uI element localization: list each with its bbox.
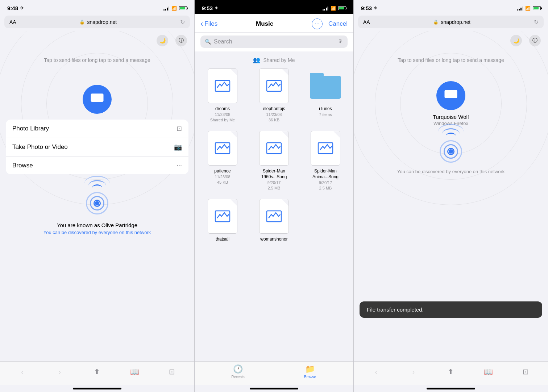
audio-svg-dreams	[213, 77, 232, 95]
moon-icon-1[interactable]: 🌙	[157, 35, 168, 46]
files-row-3: thatsall womanshonor	[200, 198, 348, 242]
tab-browse[interactable]: 📁 Browse	[299, 364, 321, 379]
snapdrop-area-1: 🌙 ⓘ Tap to send files or long tap to sen…	[0, 31, 194, 361]
send-hint-3: Tap to send files or long tap to send a …	[398, 57, 504, 63]
file-icon-dreams	[206, 68, 239, 104]
reload-icon-3[interactable]: ↻	[534, 18, 539, 25]
share-btn-3[interactable]: ⬆	[443, 366, 459, 378]
file-meta-spiderman1: 9/20/172.5 MB	[267, 180, 281, 191]
reload-icon-1[interactable]: ↻	[180, 18, 185, 25]
files-nav: ‹ Files Music ··· Cancel	[195, 14, 353, 33]
time-2: 9:53 ✈	[202, 5, 218, 11]
home-indicator-1	[0, 385, 194, 392]
search-placeholder-2: Search	[214, 38, 335, 45]
file-icon-womanshonor	[258, 198, 290, 234]
bottom-nav-3: ‹ › ⬆ 📖 ⊡	[354, 361, 548, 385]
device-name-3: Turquoise Wolf	[433, 114, 469, 120]
doc-shape-spiderman1	[259, 131, 289, 166]
info-icon-3[interactable]: ⓘ	[529, 35, 541, 46]
share-btn-1[interactable]: ⬆	[89, 366, 105, 378]
monitor-svg-3	[443, 88, 458, 103]
forward-btn-1[interactable]: ›	[52, 366, 68, 378]
status-icons-2: 📶	[323, 6, 346, 11]
shared-icon: 👥	[253, 57, 260, 63]
top-icons-1: 🌙 ⓘ	[0, 31, 194, 50]
signal-rings-1	[83, 189, 112, 218]
doc-shape-dreams	[208, 68, 237, 103]
url-area-1: 🔒 snapdrop.net	[79, 19, 117, 25]
svg-rect-9	[445, 90, 457, 98]
take-photo-item[interactable]: Take Photo or Video 📷	[6, 138, 188, 157]
file-elephantpjs[interactable]: elephantpjs 11/23/0836 KB	[252, 68, 296, 123]
identity-sub-1: You can be discovered by everyone on thi…	[43, 230, 151, 235]
status-icons-3: 📶	[517, 6, 541, 11]
wifi-icon-3: 📶	[525, 6, 531, 11]
back-btn-3[interactable]: ‹	[368, 366, 384, 378]
tab-recents[interactable]: 🕐 Recents	[227, 364, 249, 379]
aa-text-3[interactable]: AA	[363, 19, 370, 25]
doc-shape-spiderman2	[311, 131, 340, 166]
back-chevron: ‹	[200, 19, 203, 29]
address-bar-3[interactable]: AA 🔒 snapdrop.net ↻	[358, 16, 544, 28]
browse-label: Browse	[12, 162, 33, 169]
battery-icon-1	[179, 6, 187, 10]
cancel-btn[interactable]: Cancel	[328, 20, 348, 28]
doc-shape-womanshonor	[259, 199, 289, 234]
browse-item[interactable]: Browse ···	[6, 157, 188, 174]
panel1: 9:48 ✈ 📶 AA 🔒 snapdrop.net ↻	[0, 0, 194, 392]
home-indicator-3	[354, 385, 548, 392]
file-itunes[interactable]: iTunes 7 items	[303, 68, 348, 123]
svg-rect-0	[91, 93, 104, 102]
file-name-spiderman1: Spider-Man1960s...Song	[261, 168, 287, 180]
photo-library-label: Photo Library	[12, 125, 49, 132]
recents-icon: 🕐	[233, 364, 243, 374]
aa-text-1[interactable]: AA	[9, 19, 16, 25]
more-options-btn[interactable]: ···	[312, 18, 323, 29]
photo-library-item[interactable]: Photo Library ⊡	[6, 120, 188, 138]
info-icon-1[interactable]: ⓘ	[175, 35, 187, 46]
signal-rings-3	[436, 137, 465, 166]
file-spiderman2[interactable]: Spider-ManAnima...Song 9/20/172.5 MB	[303, 130, 348, 191]
file-thatsall[interactable]: thatsall	[200, 198, 245, 242]
audio-svg-patience	[213, 139, 232, 157]
file-name-patience: patience	[214, 168, 231, 174]
files-row-1: dreams 11/23/08Shared by Me elephantpjs …	[200, 68, 348, 123]
back-btn-1[interactable]: ‹	[14, 366, 30, 378]
monitor-svg-1	[90, 92, 105, 107]
audio-svg-elephantpjs	[265, 77, 283, 95]
file-icon-spiderman1	[258, 130, 290, 166]
photo-library-icon: ⊡	[177, 125, 182, 133]
home-pill-2	[250, 388, 298, 389]
file-icon-spiderman2	[309, 130, 342, 166]
home-pill-1	[73, 388, 121, 389]
search-input-wrap[interactable]: 🔍 Search 🎙	[200, 36, 348, 48]
mic-icon-2[interactable]: 🎙	[337, 38, 343, 45]
file-icon-itunes	[309, 68, 342, 104]
device-icon-3[interactable]	[436, 81, 465, 110]
file-spiderman1[interactable]: Spider-Man1960s...Song 9/20/172.5 MB	[252, 130, 296, 191]
folder-body	[310, 76, 341, 99]
forward-btn-3[interactable]: ›	[406, 366, 422, 378]
location-arrow-2: ✈	[215, 6, 218, 11]
tabs-btn-1[interactable]: ⊡	[164, 366, 180, 378]
status-bar-1: 9:48 ✈ 📶	[0, 0, 194, 14]
files-back-btn[interactable]: ‹ Files	[200, 19, 217, 29]
files-grid: dreams 11/23/08Shared by Me elephantpjs …	[195, 68, 353, 361]
device-icon-1[interactable]	[83, 85, 112, 114]
panel3: 9:53 ✈ 📶 AA 🔒 snapdrop.net ↻	[354, 0, 548, 392]
file-patience[interactable]: patience 11/23/0845 KB	[200, 130, 245, 191]
book-btn-1[interactable]: 📖	[126, 366, 142, 378]
audio-svg-thatsall	[213, 207, 232, 225]
file-womanshonor[interactable]: womanshonor	[252, 198, 296, 242]
book-btn-3[interactable]: 📖	[480, 366, 496, 378]
moon-icon-3[interactable]: 🌙	[510, 35, 522, 46]
recents-label: Recents	[231, 375, 245, 379]
ring-center-3	[449, 149, 453, 154]
wifi-icon-2: 📶	[331, 6, 336, 11]
panel2: 9:53 ✈ 📶 ‹ Files Music ··· Cancel	[194, 0, 354, 392]
tabs-btn-3[interactable]: ⊡	[518, 366, 534, 378]
lock-icon-3: 🔒	[433, 20, 439, 25]
lock-icon-1: 🔒	[79, 20, 85, 25]
address-bar-1[interactable]: AA 🔒 snapdrop.net ↻	[4, 16, 190, 28]
file-dreams[interactable]: dreams 11/23/08Shared by Me	[200, 68, 245, 123]
